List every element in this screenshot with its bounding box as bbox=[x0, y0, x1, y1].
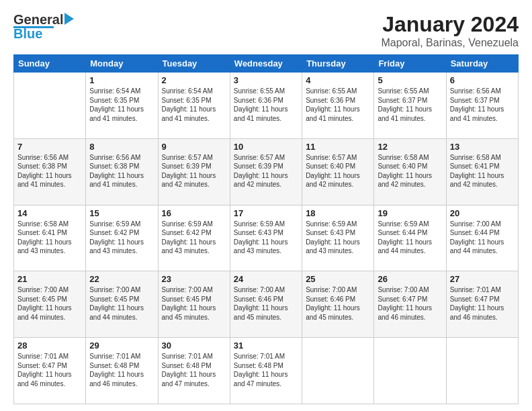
day-header-monday: Monday bbox=[86, 55, 158, 73]
day-detail: Sunrise: 7:00 AM Sunset: 6:44 PM Dayligh… bbox=[450, 220, 515, 256]
day-number: 30 bbox=[162, 340, 226, 351]
day-number: 29 bbox=[89, 340, 154, 351]
day-cell: 18Sunrise: 6:59 AM Sunset: 6:43 PM Dayli… bbox=[302, 205, 374, 271]
day-number: 21 bbox=[17, 274, 82, 284]
day-number: 26 bbox=[378, 274, 442, 284]
day-detail: Sunrise: 6:58 AM Sunset: 6:40 PM Dayligh… bbox=[378, 153, 442, 189]
day-detail: Sunrise: 6:55 AM Sunset: 6:36 PM Dayligh… bbox=[306, 87, 370, 123]
day-cell: 22Sunrise: 7:00 AM Sunset: 6:45 PM Dayli… bbox=[86, 271, 158, 338]
day-cell: 6Sunrise: 6:56 AM Sunset: 6:37 PM Daylig… bbox=[446, 73, 518, 139]
day-detail: Sunrise: 6:54 AM Sunset: 6:35 PM Dayligh… bbox=[162, 87, 226, 123]
day-number: 1 bbox=[89, 75, 154, 85]
day-number: 19 bbox=[378, 208, 442, 218]
day-number: 22 bbox=[89, 274, 154, 284]
day-detail: Sunrise: 7:00 AM Sunset: 6:45 PM Dayligh… bbox=[162, 285, 226, 322]
day-number: 20 bbox=[450, 208, 515, 218]
day-cell bbox=[446, 338, 518, 404]
day-detail: Sunrise: 7:00 AM Sunset: 6:45 PM Dayligh… bbox=[17, 285, 82, 322]
svg-marker-0 bbox=[64, 13, 74, 25]
day-cell: 10Sunrise: 6:57 AM Sunset: 6:39 PM Dayli… bbox=[230, 138, 302, 205]
day-cell: 9Sunrise: 6:57 AM Sunset: 6:39 PM Daylig… bbox=[158, 138, 230, 205]
day-number: 10 bbox=[234, 142, 298, 152]
day-detail: Sunrise: 6:59 AM Sunset: 6:42 PM Dayligh… bbox=[89, 220, 154, 256]
day-header-tuesday: Tuesday bbox=[158, 55, 230, 73]
day-cell: 29Sunrise: 7:01 AM Sunset: 6:48 PM Dayli… bbox=[86, 338, 158, 404]
calendar-subtitle: Maporal, Barinas, Venezuela bbox=[381, 37, 519, 49]
day-cell: 15Sunrise: 6:59 AM Sunset: 6:42 PM Dayli… bbox=[86, 205, 158, 271]
day-header-sunday: Sunday bbox=[14, 55, 86, 73]
day-detail: Sunrise: 6:55 AM Sunset: 6:36 PM Dayligh… bbox=[234, 87, 298, 123]
day-detail: Sunrise: 6:59 AM Sunset: 6:44 PM Dayligh… bbox=[378, 220, 442, 256]
week-row-2: 7Sunrise: 6:56 AM Sunset: 6:38 PM Daylig… bbox=[14, 138, 519, 205]
title-block: January 2024 Maporal, Barinas, Venezuela bbox=[381, 12, 519, 49]
day-number: 31 bbox=[234, 340, 298, 351]
day-number: 18 bbox=[306, 208, 370, 218]
day-detail: Sunrise: 7:00 AM Sunset: 6:45 PM Dayligh… bbox=[89, 285, 154, 322]
day-cell: 13Sunrise: 6:58 AM Sunset: 6:41 PM Dayli… bbox=[446, 138, 518, 205]
day-detail: Sunrise: 6:57 AM Sunset: 6:40 PM Dayligh… bbox=[306, 153, 370, 189]
day-cell: 7Sunrise: 6:56 AM Sunset: 6:38 PM Daylig… bbox=[14, 138, 86, 205]
day-cell: 20Sunrise: 7:00 AM Sunset: 6:44 PM Dayli… bbox=[446, 205, 518, 271]
calendar-table: SundayMondayTuesdayWednesdayThursdayFrid… bbox=[13, 54, 519, 404]
day-number: 2 bbox=[162, 75, 226, 85]
day-cell: 1Sunrise: 6:54 AM Sunset: 6:35 PM Daylig… bbox=[86, 73, 158, 139]
day-detail: Sunrise: 6:54 AM Sunset: 6:35 PM Dayligh… bbox=[89, 87, 154, 123]
day-number: 4 bbox=[306, 75, 370, 85]
day-cell: 19Sunrise: 6:59 AM Sunset: 6:44 PM Dayli… bbox=[374, 205, 446, 271]
logo: General Blue bbox=[13, 12, 74, 42]
day-cell: 3Sunrise: 6:55 AM Sunset: 6:36 PM Daylig… bbox=[230, 73, 302, 139]
day-detail: Sunrise: 6:57 AM Sunset: 6:39 PM Dayligh… bbox=[234, 153, 298, 189]
day-cell: 11Sunrise: 6:57 AM Sunset: 6:40 PM Dayli… bbox=[302, 138, 374, 205]
day-detail: Sunrise: 7:00 AM Sunset: 6:46 PM Dayligh… bbox=[306, 285, 370, 322]
day-cell: 14Sunrise: 6:58 AM Sunset: 6:41 PM Dayli… bbox=[14, 205, 86, 271]
week-row-3: 14Sunrise: 6:58 AM Sunset: 6:41 PM Dayli… bbox=[14, 205, 519, 271]
day-number: 7 bbox=[17, 142, 82, 152]
day-number: 8 bbox=[89, 142, 154, 152]
day-cell: 8Sunrise: 6:56 AM Sunset: 6:38 PM Daylig… bbox=[86, 138, 158, 205]
day-detail: Sunrise: 7:01 AM Sunset: 6:48 PM Dayligh… bbox=[89, 352, 154, 388]
day-cell: 12Sunrise: 6:58 AM Sunset: 6:40 PM Dayli… bbox=[374, 138, 446, 205]
day-header-thursday: Thursday bbox=[302, 55, 374, 73]
day-cell: 28Sunrise: 7:01 AM Sunset: 6:47 PM Dayli… bbox=[14, 338, 86, 404]
day-cell: 4Sunrise: 6:55 AM Sunset: 6:36 PM Daylig… bbox=[302, 73, 374, 139]
day-cell: 30Sunrise: 7:01 AM Sunset: 6:48 PM Dayli… bbox=[158, 338, 230, 404]
day-cell: 27Sunrise: 7:01 AM Sunset: 6:47 PM Dayli… bbox=[446, 271, 518, 338]
day-cell: 21Sunrise: 7:00 AM Sunset: 6:45 PM Dayli… bbox=[14, 271, 86, 338]
logo-blue: Blue bbox=[13, 26, 42, 42]
day-detail: Sunrise: 7:01 AM Sunset: 6:47 PM Dayligh… bbox=[450, 285, 515, 322]
day-detail: Sunrise: 6:56 AM Sunset: 6:37 PM Dayligh… bbox=[450, 87, 515, 123]
day-number: 12 bbox=[378, 142, 442, 152]
week-row-5: 28Sunrise: 7:01 AM Sunset: 6:47 PM Dayli… bbox=[14, 338, 519, 404]
day-number: 24 bbox=[234, 274, 298, 284]
day-number: 23 bbox=[162, 274, 226, 284]
day-cell bbox=[302, 338, 374, 404]
day-number: 25 bbox=[306, 274, 370, 284]
day-cell: 5Sunrise: 6:55 AM Sunset: 6:37 PM Daylig… bbox=[374, 73, 446, 139]
day-cell: 26Sunrise: 7:00 AM Sunset: 6:47 PM Dayli… bbox=[374, 271, 446, 338]
week-row-4: 21Sunrise: 7:00 AM Sunset: 6:45 PM Dayli… bbox=[14, 271, 519, 338]
day-detail: Sunrise: 7:00 AM Sunset: 6:47 PM Dayligh… bbox=[378, 285, 442, 322]
day-number: 27 bbox=[450, 274, 515, 284]
day-cell: 17Sunrise: 6:59 AM Sunset: 6:43 PM Dayli… bbox=[230, 205, 302, 271]
day-number: 15 bbox=[89, 208, 154, 218]
day-detail: Sunrise: 6:59 AM Sunset: 6:43 PM Dayligh… bbox=[234, 220, 298, 256]
day-header-wednesday: Wednesday bbox=[230, 55, 302, 73]
day-detail: Sunrise: 7:01 AM Sunset: 6:47 PM Dayligh… bbox=[17, 352, 82, 388]
day-cell: 16Sunrise: 6:59 AM Sunset: 6:42 PM Dayli… bbox=[158, 205, 230, 271]
day-number: 9 bbox=[162, 142, 226, 152]
day-cell bbox=[14, 73, 86, 139]
day-number: 16 bbox=[162, 208, 226, 218]
day-detail: Sunrise: 6:58 AM Sunset: 6:41 PM Dayligh… bbox=[450, 153, 515, 189]
day-number: 11 bbox=[306, 142, 370, 152]
day-cell: 2Sunrise: 6:54 AM Sunset: 6:35 PM Daylig… bbox=[158, 73, 230, 139]
day-cell: 25Sunrise: 7:00 AM Sunset: 6:46 PM Dayli… bbox=[302, 271, 374, 338]
week-row-1: 1Sunrise: 6:54 AM Sunset: 6:35 PM Daylig… bbox=[14, 73, 519, 139]
day-detail: Sunrise: 6:56 AM Sunset: 6:38 PM Dayligh… bbox=[17, 153, 82, 189]
day-cell bbox=[374, 338, 446, 404]
day-detail: Sunrise: 6:58 AM Sunset: 6:41 PM Dayligh… bbox=[17, 220, 82, 256]
day-header-saturday: Saturday bbox=[446, 55, 518, 73]
day-detail: Sunrise: 6:59 AM Sunset: 6:42 PM Dayligh… bbox=[162, 220, 226, 256]
header: General Blue January 2024 Maporal, Barin… bbox=[13, 12, 519, 49]
logo-arrow-icon bbox=[64, 13, 74, 28]
day-number: 5 bbox=[378, 75, 442, 85]
